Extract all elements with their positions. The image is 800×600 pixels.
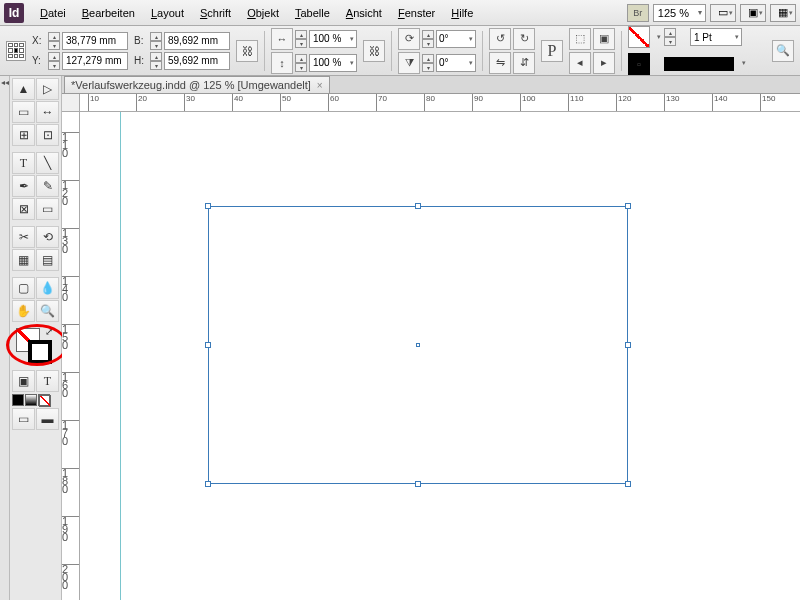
page-tool[interactable]: ▭ xyxy=(12,101,35,123)
eyedropper-tool[interactable]: 💧 xyxy=(36,277,59,299)
select-container-icon[interactable]: ⬚ xyxy=(569,28,591,50)
menu-datei[interactable]: DDateiatei xyxy=(32,7,74,19)
x-spinner[interactable]: ▴▾ xyxy=(48,32,60,50)
menu-schrift[interactable]: Schrift xyxy=(192,7,239,19)
menu-tabelle[interactable]: Tabelle xyxy=(287,7,338,19)
h-spinner[interactable]: ▴▾ xyxy=(150,52,162,70)
ruler-tick: 180 xyxy=(62,468,80,493)
gradient-swatch-tool[interactable]: ▦ xyxy=(12,249,35,271)
note-tool[interactable]: ▢ xyxy=(12,277,35,299)
rectangle-frame-tool[interactable]: ⊠ xyxy=(12,198,35,220)
selected-frame[interactable] xyxy=(208,206,628,484)
search-icon[interactable]: 🔍 xyxy=(772,40,794,62)
document-tab[interactable]: *Verlaufswerkzeug.indd @ 125 % [Umgewand… xyxy=(64,76,330,93)
transform-tool[interactable]: ⟲ xyxy=(36,226,59,248)
resize-handle[interactable] xyxy=(205,342,211,348)
zoom-tool[interactable]: 🔍 xyxy=(36,300,59,322)
fill-swatch[interactable] xyxy=(628,26,650,48)
flip-h-icon[interactable]: ⇋ xyxy=(489,52,511,74)
rotate-ccw-icon[interactable]: ↺ xyxy=(489,28,511,50)
constrain-scale-icon[interactable]: ⛓ xyxy=(363,40,385,62)
shear-input[interactable]: 0° xyxy=(436,54,476,72)
weight-spinner[interactable]: ▴▾ xyxy=(664,28,676,46)
menu-objekt[interactable]: Objekt xyxy=(239,7,287,19)
select-content-icon[interactable]: ▣ xyxy=(593,28,615,50)
stroke-weight-input[interactable]: 1 Pt xyxy=(690,28,742,46)
y-input[interactable]: 127,279 mm xyxy=(62,52,128,70)
apply-color-row[interactable] xyxy=(12,394,59,406)
ruler-tick: 190 xyxy=(62,516,80,541)
resize-handle[interactable] xyxy=(205,203,211,209)
stroke-proxy[interactable] xyxy=(28,340,52,364)
ruler-tick: 140 xyxy=(62,276,80,301)
ruler-tick: 60 xyxy=(328,94,339,112)
select-prev-icon[interactable]: ◂ xyxy=(569,52,591,74)
vertical-ruler[interactable]: 110120130140150160170180190200 xyxy=(62,112,80,600)
resize-handle[interactable] xyxy=(625,481,631,487)
flip-v-icon[interactable]: ⇵ xyxy=(513,52,535,74)
formatting-text-icon[interactable]: T xyxy=(36,370,59,392)
arrange-button[interactable]: ▦ xyxy=(770,4,796,22)
bridge-button[interactable]: Br xyxy=(627,4,649,22)
stroke-sw-icon[interactable]: ▫ xyxy=(628,53,650,75)
ruler-origin[interactable] xyxy=(62,94,80,112)
line-tool[interactable]: ╲ xyxy=(36,152,59,174)
screen-mode-button[interactable]: ▭ xyxy=(710,4,736,22)
resize-handle[interactable] xyxy=(205,481,211,487)
direct-selection-tool[interactable]: ▷ xyxy=(36,78,59,100)
selection-tool[interactable]: ▲ xyxy=(12,78,35,100)
resize-handle[interactable] xyxy=(415,203,421,209)
swap-fill-stroke-icon[interactable]: ⤢ xyxy=(45,326,53,337)
rotation-input[interactable]: 0° xyxy=(436,30,476,48)
fill-stroke-proxy[interactable]: ⤢ xyxy=(12,326,59,368)
w-spinner[interactable]: ▴▾ xyxy=(150,32,162,50)
canvas[interactable] xyxy=(80,112,800,600)
sy-input[interactable]: 100 % xyxy=(309,54,357,72)
gradient-feather-tool[interactable]: ▤ xyxy=(36,249,59,271)
hand-tool[interactable]: ✋ xyxy=(12,300,35,322)
menu-hilfe[interactable]: Hilfe xyxy=(443,7,481,19)
resize-handle[interactable] xyxy=(415,481,421,487)
menu-bearbeiten[interactable]: Bearbeiten xyxy=(74,7,143,19)
menu-layout[interactable]: Layout xyxy=(143,7,192,19)
resize-handle[interactable] xyxy=(625,203,631,209)
content-tool[interactable]: ⊞ xyxy=(12,124,35,146)
ruler-tick: 90 xyxy=(472,94,483,112)
y-spinner[interactable]: ▴▾ xyxy=(48,52,60,70)
resize-handle[interactable] xyxy=(625,342,631,348)
type-tool[interactable]: T xyxy=(12,152,35,174)
h-input[interactable]: 59,692 mm xyxy=(164,52,230,70)
scissors-tool[interactable]: ✂ xyxy=(12,226,35,248)
menu-ansicht[interactable]: Ansicht xyxy=(338,7,390,19)
pen-tool[interactable]: ✒ xyxy=(12,175,35,197)
menu-fenster[interactable]: Fenster xyxy=(390,7,443,19)
rotate-cw-icon[interactable]: ↻ xyxy=(513,28,535,50)
shear-spinner[interactable]: ▴▾ xyxy=(422,54,434,72)
ruler-tick: 30 xyxy=(184,94,195,112)
sx-input[interactable]: 100 % xyxy=(309,30,357,48)
formatting-container-icon[interactable]: ▣ xyxy=(12,370,35,392)
view-mode-preview[interactable]: ▬ xyxy=(36,408,59,430)
reference-point[interactable] xyxy=(6,41,26,61)
horizontal-ruler[interactable]: 0102030405060708090100110120130140150160 xyxy=(80,94,800,112)
center-point[interactable] xyxy=(416,343,420,347)
x-input[interactable]: 38,779 mm xyxy=(62,32,128,50)
rot-spinner[interactable]: ▴▾ xyxy=(422,30,434,48)
rectangle-tool[interactable]: ▭ xyxy=(36,198,59,220)
h-label: H: xyxy=(134,55,148,66)
close-tab-icon[interactable]: × xyxy=(317,80,323,91)
gap-tool[interactable]: ↔ xyxy=(36,101,59,123)
sy-spinner[interactable]: ▴▾ xyxy=(295,54,307,72)
w-input[interactable]: 89,692 mm xyxy=(164,32,230,50)
constrain-wh-icon[interactable]: ⛓ xyxy=(236,40,258,62)
pencil-tool[interactable]: ✎ xyxy=(36,175,59,197)
collapse-panels-icon[interactable]: ◂◂ xyxy=(0,76,9,87)
stroke-style[interactable] xyxy=(664,57,734,71)
view-mode-normal[interactable]: ▭ xyxy=(12,408,35,430)
select-next-icon[interactable]: ▸ xyxy=(593,52,615,74)
view-options-button[interactable]: ▣ xyxy=(740,4,766,22)
content-place-tool[interactable]: ⊡ xyxy=(36,124,59,146)
sx-spinner[interactable]: ▴▾ xyxy=(295,30,307,48)
ruler-tick: 80 xyxy=(424,94,435,112)
zoom-select[interactable]: 125 % xyxy=(653,4,706,22)
